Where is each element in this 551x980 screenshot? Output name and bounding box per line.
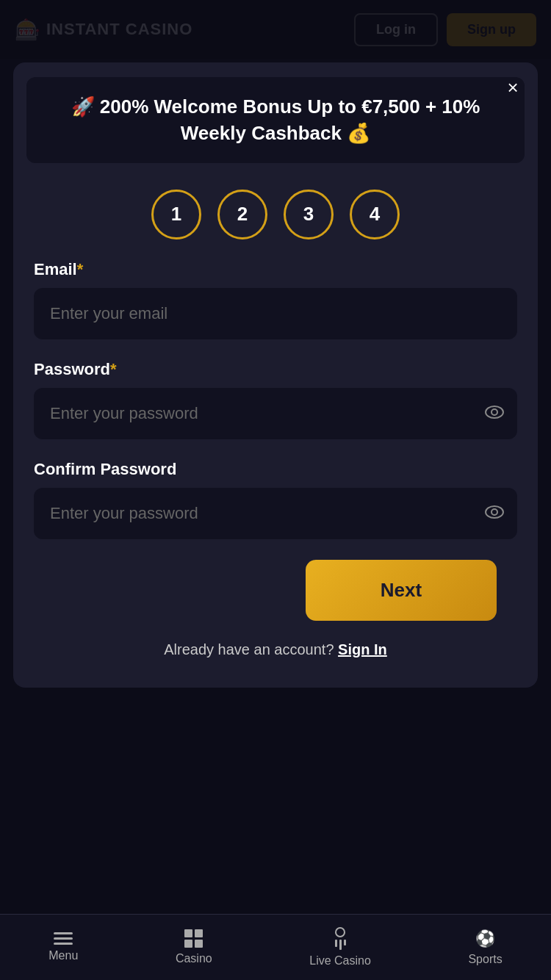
email-field-group: Email* — [34, 260, 517, 339]
nav-item-live-casino[interactable]: Live Casino — [309, 927, 371, 968]
signin-link[interactable]: Sign In — [338, 641, 387, 657]
email-required: * — [77, 260, 84, 278]
nav-item-sports[interactable]: ⚽ Sports — [468, 929, 502, 966]
svg-point-2 — [486, 506, 503, 518]
casino-icon — [184, 929, 203, 948]
next-button[interactable]: Next — [306, 560, 497, 621]
bonus-text: 🚀 200% Welcome Bonus Up to €7,500 + 10% … — [71, 96, 480, 144]
step-4: 4 — [350, 190, 400, 239]
steps-indicator: 1 2 3 4 — [13, 190, 538, 239]
confirm-password-field-group: Confirm Password — [34, 460, 517, 539]
svg-point-1 — [491, 409, 497, 415]
svg-point-3 — [491, 509, 497, 515]
svg-point-0 — [486, 406, 503, 418]
bottom-nav: Menu Casino Live Casino ⚽ Sports — [0, 914, 551, 980]
live-casino-icon — [335, 927, 346, 950]
confirm-password-toggle-icon[interactable] — [485, 504, 504, 523]
confirm-password-input[interactable] — [34, 488, 517, 539]
password-label: Password* — [34, 360, 517, 379]
password-input[interactable] — [34, 388, 517, 439]
nav-item-casino[interactable]: Casino — [176, 929, 212, 965]
email-input[interactable] — [34, 288, 517, 339]
password-required: * — [110, 360, 117, 378]
password-input-wrapper — [34, 388, 517, 439]
bonus-banner: 🚀 200% Welcome Bonus Up to €7,500 + 10% … — [26, 77, 525, 163]
password-field-group: Password* — [34, 360, 517, 439]
nav-label-sports: Sports — [468, 953, 502, 966]
menu-icon — [54, 932, 73, 945]
step-3: 3 — [284, 190, 334, 239]
nav-label-casino: Casino — [176, 952, 212, 965]
nav-item-menu[interactable]: Menu — [48, 932, 78, 962]
nav-label-menu: Menu — [48, 949, 78, 962]
signin-prompt: Already have an account? Sign In — [34, 641, 517, 658]
email-input-wrapper — [34, 288, 517, 339]
confirm-password-label: Confirm Password — [34, 460, 517, 479]
email-label: Email* — [34, 260, 517, 279]
signup-modal: × 🚀 200% Welcome Bonus Up to €7,500 + 10… — [13, 62, 538, 688]
confirm-password-input-wrapper — [34, 488, 517, 539]
password-toggle-icon[interactable] — [485, 404, 504, 423]
step-2: 2 — [217, 190, 267, 239]
step-1: 1 — [151, 190, 201, 239]
nav-label-live-casino: Live Casino — [309, 954, 371, 968]
close-button[interactable]: × — [500, 74, 526, 101]
sports-icon: ⚽ — [475, 929, 495, 948]
signup-form: Email* Password* — [13, 260, 538, 658]
